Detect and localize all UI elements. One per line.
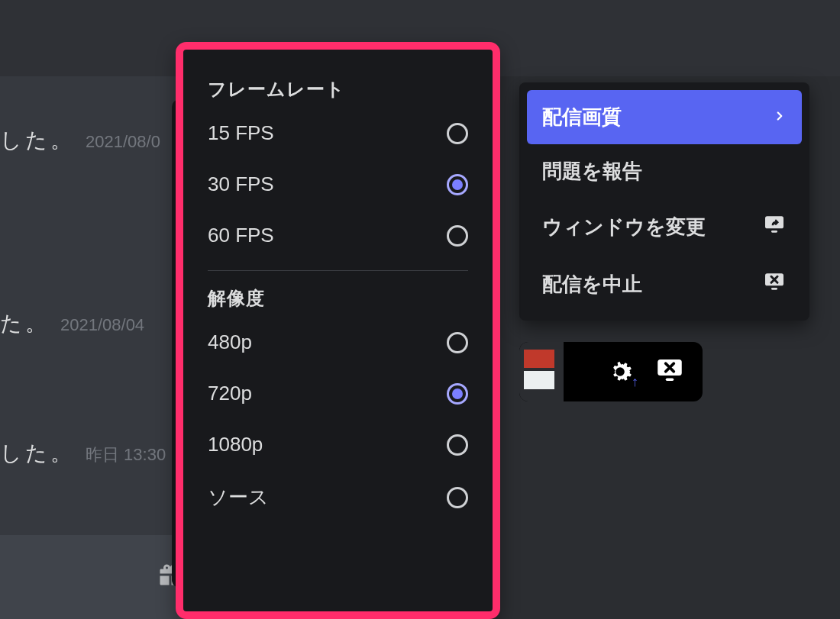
section-divider	[208, 270, 468, 271]
chat-message-row: した。 昨日 13:30	[0, 439, 176, 468]
stop-screen-icon	[762, 269, 787, 299]
option-label: 720p	[208, 382, 252, 405]
share-screen-icon	[762, 212, 787, 242]
resolution-option-1080p[interactable]: 1080p	[183, 419, 493, 470]
chat-message-text: した。	[0, 439, 75, 468]
radio-selected-icon	[447, 174, 468, 195]
stop-screen-icon	[654, 354, 686, 386]
framerate-option-60[interactable]: 60 FPS	[183, 210, 493, 261]
menu-item-label: 配信画質	[542, 104, 622, 131]
framerate-option-15[interactable]: 15 FPS	[183, 108, 493, 159]
resolution-section-header: 解像度	[183, 277, 493, 317]
option-label: 60 FPS	[208, 224, 274, 247]
option-label: ソース	[208, 484, 269, 511]
svg-rect-3	[771, 231, 777, 233]
option-label: 30 FPS	[208, 172, 274, 196]
radio-icon	[447, 487, 468, 508]
radio-icon	[447, 434, 468, 456]
menu-item-label: 配信を中止	[542, 271, 642, 298]
chat-message-text: した。	[0, 126, 75, 155]
stream-settings-button[interactable]: ↑	[605, 356, 635, 387]
resolution-option-720p[interactable]: 720p	[183, 368, 493, 419]
menu-item-stop-stream[interactable]: 配信を中止	[527, 256, 802, 313]
chat-message-timestamp: 2021/08/04	[60, 315, 144, 335]
stop-stream-button[interactable]	[654, 354, 686, 389]
menu-item-label: ウィンドウを変更	[542, 214, 706, 240]
framerate-section-header: フレームレート	[183, 68, 493, 108]
option-label: 480p	[208, 330, 252, 354]
gear-icon	[605, 356, 635, 387]
framerate-option-30[interactable]: 30 FPS	[183, 159, 493, 210]
chat-message-timestamp: 2021/08/0	[86, 132, 160, 152]
chat-message-timestamp: 昨日 13:30	[86, 443, 166, 466]
option-label: 15 FPS	[208, 121, 274, 145]
menu-item-stream-quality[interactable]: 配信画質	[527, 90, 802, 144]
radio-icon	[447, 332, 468, 353]
chat-message-row: た。 2021/08/04	[0, 309, 176, 338]
option-label: 1080p	[208, 433, 263, 456]
chat-message-text: た。	[0, 309, 50, 338]
radio-icon	[447, 123, 468, 144]
chat-message-row: した。 2021/08/0	[0, 126, 176, 155]
resolution-option-source[interactable]: ソース	[183, 470, 493, 524]
resolution-option-480p[interactable]: 480p	[183, 317, 493, 368]
upgrade-arrow-icon: ↑	[632, 374, 638, 390]
stream-toolbar: ↑	[519, 342, 703, 401]
stream-context-menu: 配信画質 問題を報告 ウィンドウを変更 配信を中止	[519, 82, 809, 321]
menu-item-label: 問題を報告	[542, 158, 642, 185]
chevron-right-icon	[773, 108, 787, 127]
stream-quality-panel: フレームレート 15 FPS 30 FPS 60 FPS 解像度 480p 72…	[176, 42, 500, 619]
svg-rect-5	[771, 288, 777, 290]
menu-item-change-window[interactable]: ウィンドウを変更	[527, 198, 802, 256]
stream-thumbnail[interactable]	[519, 342, 564, 401]
radio-icon	[447, 225, 468, 247]
radio-selected-icon	[447, 383, 468, 405]
svg-rect-1	[666, 379, 674, 382]
menu-item-report-problem[interactable]: 問題を報告	[527, 144, 802, 198]
